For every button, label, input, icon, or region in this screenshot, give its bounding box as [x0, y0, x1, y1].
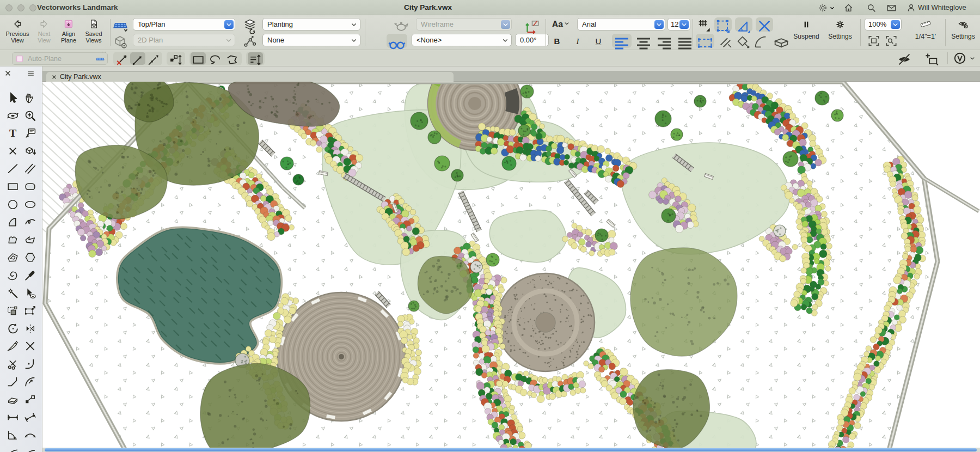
fit-to-objects-button[interactable] — [884, 34, 898, 48]
add-annotation-icon[interactable] — [923, 51, 940, 65]
snap-intersection-button[interactable] — [756, 17, 773, 32]
smart-edge-icon[interactable] — [718, 34, 734, 48]
suspend-snapping-button[interactable] — [789, 20, 823, 30]
fillet-tool[interactable] — [22, 357, 38, 372]
callout-tool[interactable] — [22, 126, 38, 142]
chamfer-tool[interactable] — [4, 375, 21, 390]
polyline-tool[interactable] — [22, 233, 38, 248]
eyedropper-tool[interactable] — [22, 268, 38, 284]
scrollbar-thumb[interactable] — [45, 448, 977, 451]
user-name[interactable]: Will Whiteglove — [918, 3, 966, 11]
view-filter-dropdown[interactable]: <None> — [412, 34, 512, 46]
polygon-marquee-mode[interactable] — [224, 52, 240, 65]
trim-tool[interactable] — [4, 339, 21, 355]
reshape-tool[interactable] — [22, 304, 38, 319]
hide-details-icon[interactable] — [896, 51, 912, 65]
classes-icon[interactable] — [242, 34, 258, 48]
font-style-menu[interactable]: Aa — [549, 20, 574, 28]
fit-to-window-button[interactable] — [867, 34, 881, 48]
rectangle-tool[interactable] — [4, 180, 21, 195]
mail-icon[interactable] — [886, 3, 897, 13]
offset-curve-tool[interactable] — [22, 446, 38, 452]
view-mode-dropdown[interactable]: Top/Plan — [133, 18, 235, 30]
dimension-angled-tool[interactable] — [22, 411, 38, 426]
offset-tool[interactable] — [4, 446, 21, 452]
polygon-tool[interactable] — [4, 233, 21, 248]
user-icon[interactable] — [906, 3, 916, 13]
mirror-tool[interactable] — [22, 322, 38, 337]
layers-icon[interactable] — [242, 17, 258, 32]
working-plane-axes-icon[interactable] — [522, 17, 541, 32]
working-plane-table-icon[interactable] — [772, 34, 791, 48]
chevron-down-icon[interactable] — [829, 3, 836, 13]
double-polygon-tool[interactable] — [4, 251, 21, 266]
align-left-button[interactable] — [612, 34, 632, 48]
tab-close-icon[interactable] — [51, 74, 58, 81]
arc-tool[interactable] — [4, 215, 21, 230]
align-plane-button[interactable]: Align Plane — [57, 19, 81, 44]
view-filter-icon[interactable] — [387, 34, 407, 48]
align-center-button[interactable] — [634, 34, 653, 48]
single-object-interactive-scaling-mode[interactable] — [130, 52, 145, 65]
minimize-window-button[interactable] — [17, 4, 24, 11]
regular-polygon-tool[interactable] — [22, 251, 38, 266]
bold-button[interactable]: B — [549, 35, 565, 48]
selection-options-mode[interactable] — [248, 52, 263, 65]
line-tool[interactable] — [4, 162, 21, 177]
magic-wand-tool[interactable] — [4, 286, 21, 302]
align-right-button[interactable] — [654, 34, 674, 48]
delete-tool[interactable] — [4, 144, 21, 160]
angle-snap-icon[interactable] — [752, 34, 769, 48]
move-objects-mode[interactable] — [168, 52, 183, 65]
dimension-arc-tool[interactable] — [22, 428, 38, 443]
logo-menu-chevron[interactable] — [969, 54, 976, 62]
circle-tool[interactable] — [4, 198, 21, 213]
vectorworks-logo-icon[interactable] — [953, 51, 967, 65]
home-icon[interactable] — [843, 3, 854, 13]
snap-object-button[interactable] — [714, 17, 732, 32]
selection-tool[interactable] — [4, 91, 21, 106]
eraser-tool[interactable] — [4, 393, 21, 408]
spiral-tool[interactable] — [4, 268, 21, 284]
split-tool[interactable] — [4, 357, 21, 372]
smart-point-icon[interactable] — [735, 34, 751, 48]
drawing-scale-button[interactable] — [906, 18, 945, 31]
snap-grid-icon[interactable] — [696, 17, 712, 32]
disable-interactive-scaling-mode[interactable] — [114, 52, 130, 65]
drop-3d-tool[interactable] — [22, 144, 38, 160]
pan-tool[interactable] — [22, 91, 38, 106]
palette-close-icon[interactable] — [3, 69, 13, 78]
active-class-dropdown[interactable]: None — [262, 34, 360, 46]
plan-rotation-icon[interactable] — [112, 34, 128, 48]
double-line-tool[interactable] — [22, 162, 38, 177]
extend-tool[interactable] — [22, 375, 38, 390]
snap-settings-button[interactable] — [824, 20, 856, 30]
move-copy-tool[interactable] — [4, 304, 21, 319]
align-justify-button[interactable] — [675, 34, 695, 48]
freehand-tool[interactable] — [22, 215, 38, 230]
move-by-points-tool[interactable] — [22, 393, 38, 408]
palette-menu-icon[interactable] — [26, 69, 35, 78]
view-bar-icon[interactable] — [112, 17, 128, 32]
search-icon[interactable] — [866, 3, 877, 13]
active-layer-dropdown[interactable]: Planting — [262, 18, 360, 30]
gear-icon[interactable] — [818, 3, 828, 13]
multiple-object-interactive-scaling-mode[interactable] — [146, 52, 161, 65]
previous-view-button[interactable]: Previous View — [3, 19, 32, 44]
ellipse-tool[interactable] — [22, 198, 38, 213]
saved-views-button[interactable]: Saved Views — [81, 19, 107, 44]
rounded-rectangle-tool[interactable] — [22, 180, 38, 195]
marquee-mode-button[interactable] — [696, 34, 714, 48]
font-family-dropdown[interactable]: Arial — [577, 18, 665, 30]
dimension-tool[interactable] — [4, 411, 21, 426]
drawing-canvas[interactable] — [42, 82, 980, 448]
select-similar-tool[interactable] — [22, 286, 38, 302]
rectangle-marquee-mode[interactable] — [191, 52, 206, 65]
intersect-tool[interactable] — [22, 339, 38, 355]
rotate-tool[interactable] — [4, 322, 21, 337]
snap-angle-button[interactable] — [735, 17, 752, 32]
zoom-window-button[interactable] — [29, 4, 36, 11]
dimension-angular-tool[interactable] — [4, 428, 21, 443]
lasso-marquee-mode[interactable] — [207, 52, 223, 65]
italic-button[interactable]: I — [569, 35, 586, 48]
